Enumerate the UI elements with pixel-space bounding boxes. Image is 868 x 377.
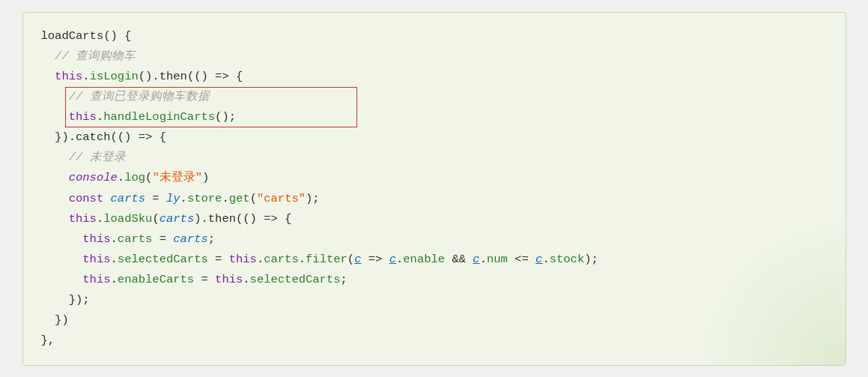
keyword-const: const bbox=[69, 189, 104, 209]
code-text bbox=[41, 189, 69, 209]
keyword-this: this bbox=[55, 67, 82, 87]
code-text: ( bbox=[152, 209, 159, 229]
highlighted-region: // 查询已登录购物车数据 this . handleLoginCarts ()… bbox=[41, 87, 828, 127]
code-text: }).catch(() => { bbox=[41, 127, 166, 148]
code-variable: carts bbox=[173, 229, 208, 250]
code-line: this . enableCarts = this . selectedCart… bbox=[41, 270, 828, 290]
code-text bbox=[41, 168, 69, 188]
code-method: selectedCarts bbox=[250, 270, 341, 290]
code-variable: ly bbox=[166, 189, 180, 209]
code-text: . bbox=[118, 168, 124, 188]
code-text: loadCarts() { bbox=[41, 26, 132, 46]
code-text: => bbox=[361, 250, 389, 270]
keyword-this: this bbox=[82, 229, 110, 250]
keyword-this: this bbox=[82, 270, 110, 290]
code-method: log bbox=[124, 168, 145, 188]
code-text: . bbox=[82, 67, 89, 87]
code-text: }) bbox=[41, 310, 69, 331]
code-text: . bbox=[542, 250, 549, 270]
code-text: ).then(() => { bbox=[194, 209, 291, 229]
code-line: // 查询购物车 bbox=[41, 46, 828, 67]
code-text: . bbox=[480, 250, 487, 270]
code-editor: loadCarts() { // 查询购物车 this . isLogin ()… bbox=[22, 12, 846, 366]
code-text: ; bbox=[208, 229, 215, 250]
code-text: ); bbox=[306, 189, 320, 209]
code-text bbox=[41, 209, 69, 229]
code-line: loadCarts() { bbox=[41, 26, 828, 46]
code-string: "carts" bbox=[257, 189, 306, 209]
code-text: = bbox=[152, 229, 173, 250]
code-text: ; bbox=[341, 270, 347, 290]
code-text: && bbox=[445, 250, 473, 270]
code-text bbox=[41, 148, 69, 168]
code-line: }); bbox=[41, 290, 828, 310]
code-text: = bbox=[194, 270, 215, 290]
code-method: get bbox=[229, 189, 250, 209]
code-text: ( bbox=[145, 168, 152, 188]
code-text: . bbox=[180, 189, 187, 209]
code-text: }, bbox=[41, 331, 55, 351]
code-method: store bbox=[187, 189, 222, 209]
code-text: . bbox=[111, 229, 118, 250]
code-text: = bbox=[145, 189, 166, 209]
code-text: . bbox=[222, 189, 228, 209]
code-line: }).catch(() => { bbox=[41, 127, 828, 148]
code-param: c bbox=[354, 250, 361, 270]
keyword-this: this bbox=[69, 209, 97, 229]
code-method: num bbox=[487, 250, 508, 270]
code-text: <= bbox=[508, 250, 535, 270]
code-method: isLogin bbox=[90, 67, 139, 87]
code-line: // 未登录 bbox=[41, 148, 828, 168]
code-method: stock bbox=[550, 250, 585, 270]
code-text: . bbox=[97, 107, 103, 127]
code-text: ().then(() => { bbox=[139, 67, 243, 87]
code-line: console . log ( "未登录" ) bbox=[41, 168, 828, 188]
code-variable: carts bbox=[160, 209, 195, 229]
code-line: this . loadSku ( carts ).then(() => { bbox=[41, 209, 828, 229]
code-method: enableCarts bbox=[118, 270, 194, 290]
code-comment: // 查询购物车 bbox=[55, 46, 136, 67]
code-line: }, bbox=[41, 331, 828, 351]
code-line: }) bbox=[41, 310, 828, 331]
code-text bbox=[41, 270, 83, 290]
code-line: // 查询已登录购物车数据 bbox=[41, 87, 828, 107]
code-text bbox=[41, 229, 83, 250]
code-text: . bbox=[257, 250, 264, 270]
code-text: . bbox=[111, 250, 118, 270]
keyword-this: this bbox=[229, 250, 257, 270]
code-comment: // 未登录 bbox=[69, 148, 126, 168]
code-line: this . isLogin ().then(() => { bbox=[41, 67, 828, 87]
code-method: loadSku bbox=[103, 209, 152, 229]
code-text: . bbox=[396, 250, 403, 270]
code-text: . bbox=[299, 250, 306, 270]
code-line: this . carts = carts ; bbox=[41, 229, 828, 250]
code-text: ); bbox=[584, 250, 598, 270]
code-method: carts bbox=[264, 250, 299, 270]
code-method: handleLoginCarts bbox=[103, 107, 215, 127]
code-line: const carts = ly . store . get ( "carts"… bbox=[41, 189, 828, 209]
code-method: filter bbox=[306, 250, 347, 270]
code-variable: carts bbox=[111, 189, 146, 209]
code-param: c bbox=[389, 250, 396, 270]
code-text bbox=[41, 67, 55, 87]
code-text bbox=[41, 107, 69, 127]
code-comment: // 查询已登录购物车数据 bbox=[69, 87, 210, 107]
code-text bbox=[41, 46, 55, 67]
code-text: . bbox=[111, 270, 118, 290]
keyword-this: this bbox=[69, 107, 97, 127]
code-text: ) bbox=[202, 168, 209, 188]
code-method: carts bbox=[118, 229, 153, 250]
code-text bbox=[103, 189, 110, 209]
keyword-this: this bbox=[215, 270, 243, 290]
keyword-this: this bbox=[82, 250, 110, 270]
code-line: this . selectedCarts = this . carts . fi… bbox=[41, 250, 828, 270]
code-console: console bbox=[69, 168, 118, 188]
code-text: . bbox=[97, 209, 103, 229]
code-text: ( bbox=[347, 250, 354, 270]
code-param: c bbox=[535, 250, 542, 270]
code-text: }); bbox=[41, 290, 90, 310]
code-text: = bbox=[208, 250, 229, 270]
code-text bbox=[41, 250, 83, 270]
code-param: c bbox=[473, 250, 479, 270]
code-text: (); bbox=[215, 107, 236, 127]
